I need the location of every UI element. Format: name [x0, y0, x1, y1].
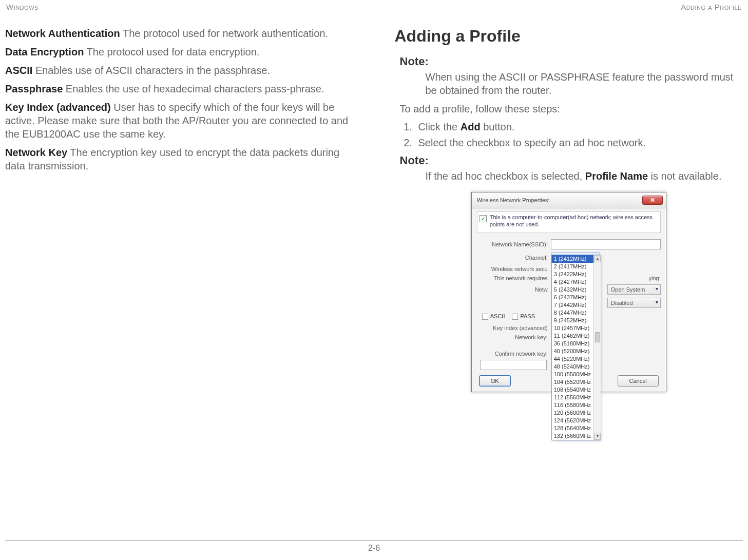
- def-ascii: ASCII Enables use of ASCII characters in…: [5, 64, 354, 77]
- key-index-label: Key index (advanced): [477, 325, 548, 331]
- channel-option[interactable]: 4 (2427MHz): [552, 278, 600, 286]
- confirm-key-label: Confirm network key:: [477, 351, 548, 357]
- channel-option[interactable]: 3 (2422MHz): [552, 271, 600, 278]
- channel-option[interactable]: 7 (2442MHz): [552, 301, 600, 309]
- security-header-label: Wireless network secu: [477, 266, 548, 272]
- right-column: Adding a Profile Note: When using the AS…: [395, 27, 743, 392]
- channel-option[interactable]: 6 (2437MHz): [552, 294, 600, 301]
- channel-option[interactable]: 48 (5240MHz): [552, 363, 600, 371]
- channel-option[interactable]: 108 (5540MHz: [552, 386, 600, 394]
- pass-checkbox-wrap[interactable]: PASS: [512, 313, 535, 320]
- channel-option[interactable]: 124 (5620MHz: [552, 417, 600, 424]
- channel-option[interactable]: 116 (5580MHz: [552, 401, 600, 409]
- ying-label: ying:: [649, 275, 661, 281]
- def-passphrase: Passphrase Enables the use of hexadecima…: [5, 82, 354, 95]
- auth-combo[interactable]: Open System: [607, 284, 661, 295]
- channel-option[interactable]: 9 (2452MHz): [552, 317, 600, 324]
- requires-label: This network requires: [477, 275, 548, 281]
- channel-option[interactable]: 5 (2432MHz): [552, 286, 600, 294]
- channel-dropdown-open[interactable]: 1 (2412MHz) 2 (2417MHz) 3 (2422MHz) 4 (2…: [551, 255, 601, 440]
- def-network-auth: Network Authentication The protocol used…: [5, 27, 354, 40]
- channel-label: Channel:: [477, 255, 548, 261]
- dialog-title: Wireless Network Properties:: [477, 197, 550, 203]
- header-right: Adding a Profile: [681, 3, 742, 11]
- encryption-combo[interactable]: Disabled: [607, 298, 661, 308]
- header-left: Windows: [6, 3, 39, 11]
- def-data-encryption: Data Encryption The protocol used for da…: [5, 45, 354, 59]
- wireless-properties-dialog: Wireless Network Properties: ✕ ✔ This is…: [471, 192, 666, 392]
- scroll-up-icon[interactable]: ▴: [594, 255, 601, 262]
- channel-option[interactable]: 132 (5660MHz: [552, 432, 600, 440]
- def-network-key: Network Key The encryption key used to e…: [5, 146, 354, 172]
- ssid-input[interactable]: [551, 239, 661, 249]
- netw-short-label: Netw: [477, 286, 548, 293]
- intro-text: To add a profile, follow these steps:: [400, 102, 743, 116]
- note-label-1: Note:: [400, 55, 743, 68]
- dropdown-scrollbar[interactable]: ▴ ▾: [593, 255, 601, 440]
- network-key-label: Network key:: [477, 334, 548, 340]
- channel-option[interactable]: 11 (2462MHz): [552, 332, 600, 340]
- channel-option[interactable]: 10 (2457MHz): [552, 324, 600, 332]
- note-body-2: If the ad hoc checkbox is selected, Prof…: [426, 169, 743, 183]
- scroll-down-icon[interactable]: ▾: [594, 433, 601, 440]
- note-label-2: Note:: [400, 154, 743, 167]
- channel-option[interactable]: 120 (5600MHz: [552, 409, 600, 417]
- channel-option[interactable]: 40 (5200MHz): [552, 347, 600, 355]
- channel-option[interactable]: 1 (2412MHz): [552, 255, 600, 263]
- channel-option[interactable]: 2 (2417MHz): [552, 263, 600, 271]
- channel-option[interactable]: 128 (5640MHz: [552, 424, 600, 432]
- pass-checkbox[interactable]: [512, 314, 518, 320]
- section-heading: Adding a Profile: [395, 27, 743, 46]
- channel-option[interactable]: 8 (2447MHz): [552, 309, 600, 317]
- ok-button[interactable]: OK: [479, 375, 511, 387]
- channel-option[interactable]: 36 (5180MHz): [552, 340, 600, 347]
- channel-option[interactable]: 44 (5220MHz): [552, 355, 600, 363]
- channel-option[interactable]: 104 (5520MHz: [552, 378, 600, 386]
- confirm-key-input[interactable]: [480, 360, 547, 370]
- page-number: 2-6: [5, 540, 743, 553]
- adhoc-checkbox[interactable]: ✔: [480, 215, 487, 222]
- adhoc-label: This is a computer-to-computer(ad hoc) n…: [490, 214, 658, 228]
- ascii-checkbox-wrap[interactable]: ASCII: [482, 313, 505, 320]
- close-button[interactable]: ✕: [642, 196, 663, 205]
- def-key-index: Key Index (advanced) User has to specify…: [5, 101, 354, 141]
- step-1: Click the Add button.: [415, 121, 743, 133]
- note-body-1: When using the ASCII or PASSPHRASE featu…: [426, 70, 743, 97]
- step-2: Select the checkbox to specify an ad hoc…: [415, 137, 743, 149]
- channel-option[interactable]: 112 (5560MHz: [552, 394, 600, 401]
- channel-option[interactable]: 100 (5500MHz: [552, 371, 600, 378]
- cancel-button[interactable]: Cancel: [618, 375, 659, 387]
- left-column: Network Authentication The protocol used…: [5, 27, 354, 392]
- ssid-label: Network Name(SSID):: [477, 241, 548, 247]
- ascii-checkbox[interactable]: [482, 314, 488, 320]
- scroll-thumb[interactable]: [595, 332, 600, 342]
